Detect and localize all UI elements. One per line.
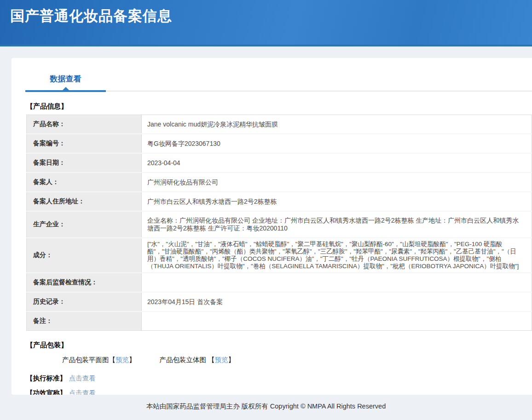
- row-value: 广州润研化妆品有限公司: [142, 173, 532, 192]
- product-info-table: 产品名称： Jane volcanic mud妍泥冷泉冰泥精华抗皱面膜 备案编号…: [26, 115, 532, 331]
- row-value: 2023年04月15日 首次备案: [142, 292, 532, 311]
- row-label: 备案人：: [27, 173, 142, 192]
- row-label: 备案编号：: [27, 134, 142, 153]
- row-value: 2023-04-04: [142, 153, 532, 173]
- standard-view-link[interactable]: 点击查看: [69, 374, 96, 383]
- row-label: 产品名称：: [27, 115, 142, 134]
- packaging-line: 产品包装平面图【预览】 产品包装立体图 【预览】: [62, 356, 532, 364]
- page-header: 国产普通化妆品备案信息: [0, 0, 532, 46]
- efficacy-line: 【功效宣称】 点击查看: [26, 389, 532, 395]
- row-value: 广州市白云区人和镇秀水塘西一路2号2栋整栋: [142, 192, 532, 211]
- row-label: 生产企业：: [27, 211, 142, 238]
- row-value: 粤G妆网备字2023067130: [142, 134, 532, 153]
- packaging-flat-suffix: 】: [129, 356, 136, 363]
- table-row-manufacturer: 生产企业： 企业名称：广州润研化妆品有限公司 企业地址：广州市白云区人和镇秀水塘…: [27, 211, 532, 238]
- packaging-flat-preview-link[interactable]: 预览: [116, 356, 129, 363]
- row-value: [142, 273, 532, 292]
- section-title-product-info: 【产品信息】: [26, 102, 532, 111]
- packaging-solid-suffix: 】: [228, 356, 235, 363]
- row-label: 成分：: [27, 238, 142, 273]
- table-row-registrant-address: 备案人住所地址： 广州市白云区人和镇秀水塘西一路2号2栋整栋: [27, 192, 532, 211]
- page-footer: 本站由国家药品监督管理局主办 版权所有 Copyright © NMPA All…: [0, 395, 532, 418]
- row-value: 企业名称：广州润研化妆品有限公司 企业地址：广州市白云区人和镇秀水塘西一路2号2…: [142, 211, 532, 238]
- packaging-flat-label: 产品包装平面图【: [62, 356, 116, 363]
- row-value: [142, 311, 532, 331]
- page-title: 国产普通化妆品备案信息: [10, 6, 532, 26]
- table-row-supervision: 备案后监督检查情况：: [27, 273, 532, 292]
- table-row-remarks: 备注：: [27, 311, 532, 331]
- tab-data-view[interactable]: 数据查看: [25, 74, 106, 92]
- efficacy-label: 【功效宣称】: [26, 389, 66, 395]
- tab-pointer-icon: [63, 87, 69, 90]
- table-row-history: 历史记录： 2023年04月15日 首次备案: [27, 292, 532, 311]
- tab-rule-divider: [106, 91, 532, 92]
- tab-data-view-label: 数据查看: [50, 75, 81, 83]
- row-value: Jane volcanic mud妍泥冷泉冰泥精华抗皱面膜: [142, 115, 532, 134]
- row-value: ["水"，"火山泥"，"甘油"，"液体石蜡"，"鲸蜡硬脂醇"，"聚二甲基硅氧烷"…: [142, 238, 532, 273]
- table-row-registration-number: 备案编号： 粤G妆网备字2023067130: [27, 134, 532, 153]
- standard-line: 【执行标准】 点击查看: [26, 374, 532, 383]
- row-label: 备案日期：: [27, 153, 142, 173]
- copyright-text: 本站由国家药品监督管理局主办 版权所有 Copyright © NMPA All…: [146, 402, 386, 411]
- row-label: 备案后监督检查情况：: [27, 273, 142, 292]
- table-row-product-name: 产品名称： Jane volcanic mud妍泥冷泉冰泥精华抗皱面膜: [27, 115, 532, 134]
- table-row-ingredients: 成分： ["水"，"火山泥"，"甘油"，"液体石蜡"，"鲸蜡硬脂醇"，"聚二甲基…: [27, 238, 532, 273]
- row-label: 备注：: [27, 311, 142, 331]
- table-row-registration-date: 备案日期： 2023-04-04: [27, 153, 532, 173]
- content-card: 数据查看 【产品信息】 产品名称： Jane volcanic mud妍泥冷泉冰…: [12, 58, 532, 395]
- packaging-flat-item: 产品包装平面图【预览】: [62, 356, 136, 364]
- table-row-registrant: 备案人： 广州润研化妆品有限公司: [27, 173, 532, 192]
- efficacy-view-link[interactable]: 点击查看: [69, 389, 96, 395]
- section-title-packaging: 【产品包装】: [26, 341, 532, 350]
- packaging-solid-item: 产品包装立体图 【预览】: [160, 356, 235, 364]
- packaging-solid-preview-link[interactable]: 预览: [215, 356, 228, 363]
- row-label: 历史记录：: [27, 292, 142, 311]
- tab-bar: 数据查看: [25, 58, 532, 92]
- packaging-solid-label: 产品包装立体图 【: [160, 356, 215, 363]
- row-label: 备案人住所地址：: [27, 192, 142, 211]
- standard-label: 【执行标准】: [26, 374, 66, 383]
